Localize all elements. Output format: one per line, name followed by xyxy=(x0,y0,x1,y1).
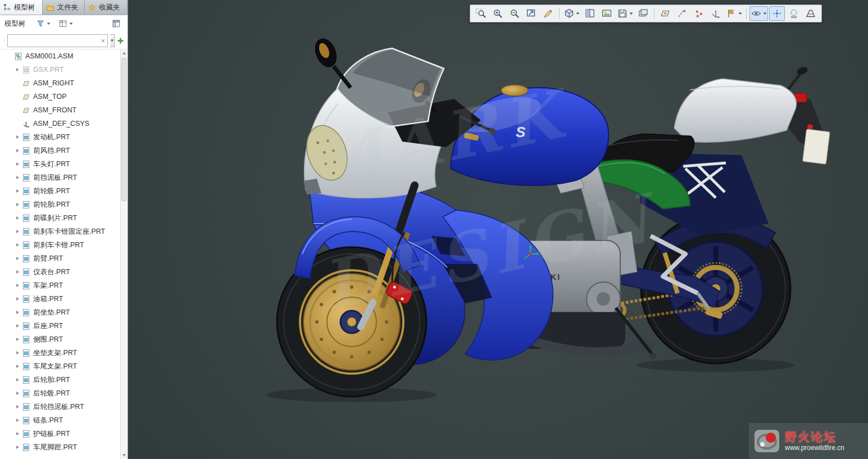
tree-item-label[interactable]: 前碟刹片.PRT xyxy=(33,213,77,223)
expand-arrow-icon[interactable] xyxy=(13,67,21,72)
tab-favorites[interactable]: 收藏夹 xyxy=(85,0,128,15)
tree-item-label[interactable]: 发动机.PRT xyxy=(33,133,70,142)
expand-arrow-icon[interactable] xyxy=(13,445,21,449)
expand-arrow-icon[interactable] xyxy=(13,378,21,382)
tree-item[interactable]: 前刹车卡钳.PRT xyxy=(0,238,121,252)
expand-arrow-icon[interactable] xyxy=(13,283,21,288)
tree-item-label[interactable]: 前轮胎.PRT xyxy=(33,200,70,210)
tree-item-label[interactable]: ASM_FRONT xyxy=(33,106,76,114)
motorcycle-3d-model[interactable]: SUZUKI S xyxy=(128,0,868,459)
expand-arrow-icon[interactable] xyxy=(13,135,21,139)
expand-arrow-icon[interactable] xyxy=(13,324,21,328)
expand-arrow-icon[interactable] xyxy=(13,337,21,342)
view-manager-button[interactable] xyxy=(635,6,651,21)
tree-item[interactable]: 发动机.PRT xyxy=(0,130,121,144)
tree-item-label[interactable]: 链条.PRT xyxy=(33,416,63,425)
tree-item[interactable]: 前轮胎.PRT xyxy=(0,198,121,211)
scroll-down-arrow[interactable] xyxy=(121,452,127,459)
tree-item-label[interactable]: 后轮毂.PRT xyxy=(33,389,70,398)
annotation-display-button[interactable] xyxy=(725,6,743,21)
tree-item[interactable]: ASM_FRONT xyxy=(0,103,121,117)
tree-item-label[interactable]: 仪表台.PRT xyxy=(33,267,70,277)
tree-filters-button[interactable] xyxy=(34,17,53,30)
tree-item[interactable]: 前轮毂.PRT xyxy=(0,184,121,198)
tree-item[interactable]: ASM_RIGHT xyxy=(0,76,121,90)
expand-arrow-icon[interactable] xyxy=(13,202,21,207)
tab-folder-browser[interactable]: 文件夹 xyxy=(43,0,85,15)
tree-item[interactable]: 前挡泥板.PRT xyxy=(0,171,121,184)
tree-item-label[interactable]: ASM_TOP xyxy=(33,93,67,101)
expand-arrow-icon[interactable] xyxy=(13,310,21,315)
expand-arrow-icon[interactable] xyxy=(13,175,21,180)
tree-item[interactable]: 链条.PRT xyxy=(0,413,121,427)
expand-arrow-icon[interactable] xyxy=(13,229,21,234)
clear-search-icon[interactable]: × xyxy=(99,37,106,44)
tree-item-label[interactable]: 前刹车卡钳固定座.PRT xyxy=(33,227,105,237)
tree-item[interactable]: 车头灯.PRT xyxy=(0,157,121,171)
zoom-in-button[interactable] xyxy=(490,6,506,21)
perspective-view-button[interactable] xyxy=(803,6,819,21)
spin-center-button[interactable] xyxy=(769,6,785,21)
tree-scrollbar[interactable] xyxy=(120,49,128,459)
tree-item-label[interactable]: 前刹车卡钳.PRT xyxy=(33,240,84,250)
tree-item[interactable]: ASM0001.ASM xyxy=(0,49,121,63)
expand-arrow-icon[interactable] xyxy=(13,431,21,436)
tree-item-label[interactable]: 前坐垫.PRT xyxy=(33,308,70,317)
tree-item[interactable]: 后轮挡泥板.PRT xyxy=(0,400,121,413)
tree-item-label[interactable]: 后轮挡泥板.PRT xyxy=(33,402,84,412)
expand-arrow-icon[interactable] xyxy=(13,391,21,396)
tail-cowl[interactable] xyxy=(674,66,830,164)
expand-arrow-icon[interactable] xyxy=(13,418,21,422)
datum-plane-display-button[interactable] xyxy=(657,6,673,21)
tree-item-label[interactable]: ASM0001.ASM xyxy=(25,52,73,60)
repaint-button[interactable] xyxy=(540,6,556,21)
csys-display-button[interactable] xyxy=(708,6,724,21)
tree-search-input[interactable] xyxy=(10,35,99,46)
display-style-button[interactable] xyxy=(562,6,581,21)
zoom-region-button[interactable] xyxy=(473,6,489,21)
tree-item[interactable]: ASM_DEF_CSYS xyxy=(0,117,121,130)
expand-arrow-icon[interactable] xyxy=(13,270,21,274)
tree-item[interactable]: 车尾支架.PRT xyxy=(0,360,121,373)
tree-item[interactable]: 后座.PRT xyxy=(0,319,121,333)
tree-item[interactable]: 后轮胎.PRT xyxy=(0,373,121,387)
expand-arrow-icon[interactable] xyxy=(13,148,21,153)
expand-arrow-icon[interactable] xyxy=(13,297,21,301)
tree-item[interactable]: 前臂.PRT xyxy=(0,252,121,265)
expand-arrow-icon[interactable] xyxy=(13,351,21,355)
tree-item-label[interactable]: 车尾脚蹬.PRT xyxy=(33,443,77,452)
tree-item-label[interactable]: 油箱.PRT xyxy=(33,294,63,304)
forum-url[interactable]: www.proewildfire.cn xyxy=(785,444,844,452)
tree-item[interactable]: 侧围.PRT xyxy=(0,333,121,346)
shadow-display-button[interactable] xyxy=(786,6,802,21)
expand-arrow-icon[interactable] xyxy=(13,364,21,369)
graphics-viewport[interactable]: SUZUKI S xyxy=(128,0,868,459)
tree-item-label[interactable]: 后座.PRT xyxy=(33,321,63,331)
expand-arrow-icon[interactable] xyxy=(13,405,21,409)
expand-arrow-icon[interactable] xyxy=(13,162,21,166)
tree-item[interactable]: 护链板.PRT xyxy=(0,427,121,440)
tree-item-label[interactable]: 车头灯.PRT xyxy=(33,160,70,169)
tree-item-label[interactable]: ASM_DEF_CSYS xyxy=(33,120,89,128)
panel-options-button[interactable] xyxy=(110,17,123,30)
scene-display-button[interactable] xyxy=(599,6,615,21)
tree-item[interactable]: 前刹车卡钳固定座.PRT xyxy=(0,225,121,238)
saved-views-button[interactable] xyxy=(616,6,634,21)
tree-item[interactable]: GSX.PRT xyxy=(0,63,121,76)
tree-item-label[interactable]: 侧围.PRT xyxy=(33,335,63,344)
scroll-thumb[interactable] xyxy=(121,58,126,201)
tree-item[interactable]: 油箱.PRT xyxy=(0,292,121,306)
tree-item[interactable]: 前坐垫.PRT xyxy=(0,306,121,319)
add-filter-button[interactable] xyxy=(117,34,124,47)
tab-model-tree[interactable]: 模型树 xyxy=(0,0,43,15)
tree-item-label[interactable]: ASM_RIGHT xyxy=(33,79,74,87)
section-view-button[interactable] xyxy=(582,6,598,21)
expand-arrow-icon[interactable] xyxy=(13,243,21,247)
refit-button[interactable] xyxy=(524,6,539,21)
tree-item-label[interactable]: 坐垫支架.PRT xyxy=(33,348,77,358)
zoom-out-button[interactable] xyxy=(507,6,522,21)
tree-item[interactable]: 车尾脚蹬.PRT xyxy=(0,440,121,454)
datum-axis-display-button[interactable] xyxy=(674,6,690,21)
tree-item[interactable]: 坐垫支架.PRT xyxy=(0,346,121,360)
datum-point-display-button[interactable] xyxy=(691,6,707,21)
